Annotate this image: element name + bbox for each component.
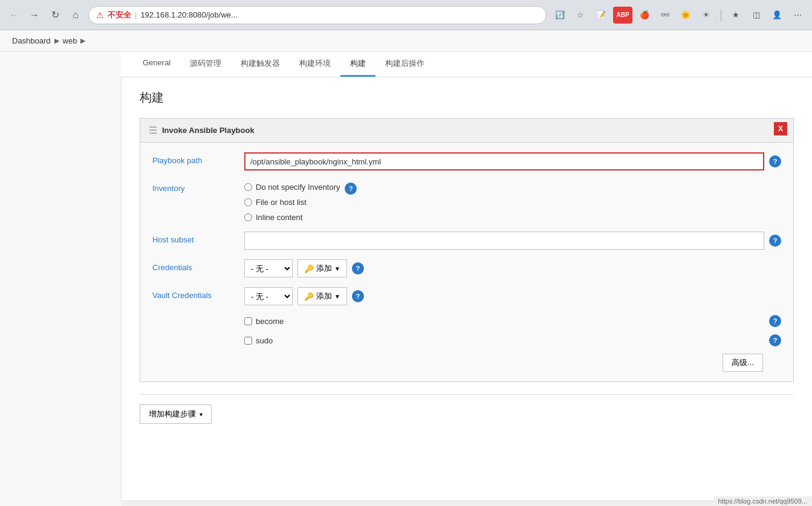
breadcrumb-web[interactable]: web	[63, 36, 77, 45]
become-label: become	[256, 317, 284, 326]
tab-navigation: General 源码管理 构建触发器 构建环境 构建 构建后操作	[121, 52, 812, 77]
playbook-path-control: ?	[244, 152, 781, 170]
inventory-none-label: Do not specify Inventory	[256, 183, 340, 192]
inventory-option-none[interactable]: Do not specify Inventory	[244, 183, 340, 192]
sudo-checkbox[interactable]	[244, 337, 252, 345]
page-wrapper: Dashboard ▶ web ▶ General 源码管理 构建触发器 构建环…	[0, 30, 812, 506]
inventory-option-file[interactable]: File or host list	[244, 198, 340, 207]
inventory-radio-file[interactable]	[244, 198, 252, 206]
credentials-add-caret: ▼	[334, 265, 340, 272]
become-help-icon[interactable]: ?	[769, 315, 781, 327]
main-content: 构建 ☰ Invoke Ansible Playbook X Playbook …	[121, 77, 812, 501]
inventory-inline-label: Inline content	[256, 213, 302, 222]
drag-handle-icon[interactable]: ☰	[149, 125, 157, 136]
vault-add-caret: ▼	[334, 293, 340, 300]
inventory-radio-group: Do not specify Inventory File or host li…	[244, 180, 340, 222]
add-build-step-label: 增加构建步骤	[149, 409, 196, 420]
collections-icon[interactable]: ★	[727, 7, 744, 24]
credentials-control: - 无 - 🔑 添加 ▼ ?	[244, 259, 781, 277]
host-subset-control: ?	[244, 232, 781, 250]
credentials-row: Credentials - 无 - 🔑 添加 ▼ ?	[152, 259, 781, 277]
back-button[interactable]: ←	[6, 7, 22, 23]
divider	[721, 9, 721, 21]
playbook-path-help-icon[interactable]: ?	[769, 155, 781, 167]
adblock-icon[interactable]: ABP	[613, 7, 632, 24]
action-bar: 保存 应用	[121, 501, 812, 506]
add-step-caret: ▾	[200, 411, 203, 418]
sudo-label: sudo	[256, 336, 273, 345]
plugin-body: Playbook path ? Inventory	[140, 143, 793, 381]
plugin-card-header: ☰ Invoke Ansible Playbook X	[140, 118, 793, 143]
vault-credentials-add-button[interactable]: 🔑 添加 ▼	[297, 287, 347, 305]
inventory-row: Inventory Do not specify Inventory File …	[152, 180, 781, 222]
inventory-label: Inventory	[152, 180, 237, 193]
breadcrumb-dashboard[interactable]: Dashboard	[12, 36, 51, 45]
inventory-file-label: File or host list	[256, 198, 307, 207]
vault-credentials-select[interactable]: - 无 -	[244, 287, 293, 305]
host-subset-row: Host subset ?	[152, 232, 781, 250]
credentials-add-button[interactable]: 🔑 添加 ▼	[297, 259, 347, 277]
playbook-path-input[interactable]	[244, 152, 764, 170]
inventory-radio-none[interactable]	[244, 183, 252, 191]
credentials-add-label: 添加	[316, 263, 332, 274]
tab-build[interactable]: 构建	[340, 52, 375, 77]
host-subset-help-icon[interactable]: ?	[769, 235, 781, 247]
host-subset-label: Host subset	[152, 232, 237, 244]
ext1-icon[interactable]: 🍎	[636, 7, 653, 24]
separator: |	[135, 10, 137, 19]
ext4-icon[interactable]: ☀	[698, 7, 715, 24]
become-row: become ?	[244, 315, 781, 327]
vault-credentials-control: - 无 - 🔑 添加 ▼ ?	[244, 287, 781, 305]
vault-credentials-help-icon[interactable]: ?	[352, 290, 364, 302]
host-subset-input[interactable]	[244, 232, 764, 250]
sidebar-icon[interactable]: ◫	[748, 7, 765, 24]
tab-source[interactable]: 源码管理	[180, 52, 231, 77]
inventory-control: Do not specify Inventory File or host li…	[244, 180, 781, 222]
playbook-path-row: Playbook path ?	[152, 152, 781, 170]
key-icon: 🔑	[304, 264, 314, 273]
inventory-option-inline[interactable]: Inline content	[244, 213, 340, 222]
vault-add-label: 添加	[316, 291, 332, 302]
sudo-container: sudo	[244, 336, 751, 345]
invoke-ansible-playbook-card: ☰ Invoke Ansible Playbook X Playbook pat…	[140, 118, 794, 382]
advanced-row: 高级...	[152, 354, 781, 372]
tab-post[interactable]: 构建后操作	[375, 52, 434, 77]
breadcrumb-arrow1: ▶	[54, 37, 59, 45]
security-warning-icon: ⚠	[96, 10, 104, 20]
translate-icon[interactable]: 🔃	[551, 7, 568, 24]
plugin-title: Invoke Ansible Playbook	[162, 126, 255, 135]
playbook-path-label: Playbook path	[152, 152, 237, 165]
tab-trigger[interactable]: 构建触发器	[231, 52, 290, 77]
add-step-row: 增加构建步骤 ▾	[140, 394, 794, 433]
tab-general[interactable]: General	[133, 52, 180, 77]
bookmark-icon[interactable]: ☆	[572, 7, 589, 24]
sudo-help-icon[interactable]: ?	[769, 334, 781, 346]
profile-icon[interactable]: 👤	[768, 7, 785, 24]
credentials-select[interactable]: - 无 -	[244, 259, 293, 277]
vault-credentials-label: Vault Credentials	[152, 287, 237, 300]
inventory-radio-inline[interactable]	[244, 213, 252, 221]
refresh-button[interactable]: ↻	[47, 7, 63, 23]
breadcrumb-arrow2: ▶	[80, 37, 85, 45]
add-build-step-button[interactable]: 增加构建步骤 ▾	[140, 404, 212, 424]
inventory-help-icon[interactable]: ?	[345, 183, 357, 195]
ext2-icon[interactable]: 👓	[657, 7, 674, 24]
browser-chrome: ← → ↻ ⌂ ⚠ 不安全 | 192.168.1.20:8080/job/we…	[0, 0, 812, 30]
vault-credentials-row: Vault Credentials - 无 - 🔑 添加 ▼ ?	[152, 287, 781, 305]
credentials-label: Credentials	[152, 259, 237, 272]
menu-icon[interactable]: ⋯	[789, 7, 806, 24]
become-checkbox[interactable]	[244, 317, 252, 325]
sudo-row: sudo ?	[244, 334, 781, 346]
forward-button[interactable]: →	[27, 7, 42, 23]
browser-toolbar-icons: 🔃 ☆ 📝 ABP 🍎 👓 🌞 ☀ ★ ◫ 👤 ⋯	[551, 7, 806, 24]
history-icon[interactable]: 📝	[593, 7, 609, 24]
ext3-icon[interactable]: 🌞	[677, 7, 694, 24]
tab-env[interactable]: 构建环境	[290, 52, 340, 77]
home-button[interactable]: ⌂	[68, 7, 83, 23]
status-bar: https://blog.csdn.net/qq9509...	[713, 496, 812, 506]
credentials-help-icon[interactable]: ?	[352, 262, 364, 274]
breadcrumb: Dashboard ▶ web ▶	[0, 30, 812, 52]
address-bar[interactable]: ⚠ 不安全 | 192.168.1.20:8080/job/we...	[88, 6, 547, 24]
plugin-close-button[interactable]: X	[774, 122, 787, 135]
advanced-button[interactable]: 高级...	[723, 354, 763, 372]
